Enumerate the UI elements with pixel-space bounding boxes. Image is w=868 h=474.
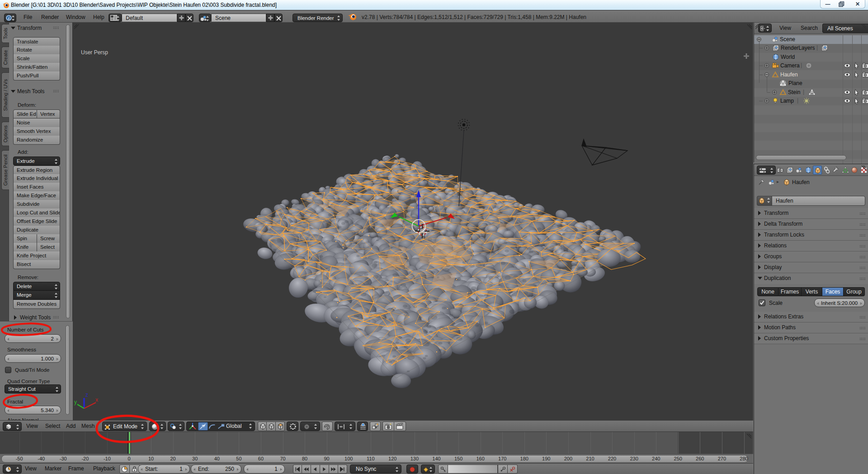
svg-text:x: x: [95, 397, 98, 403]
svg-text:y: y: [74, 399, 77, 405]
svg-text:z: z: [85, 392, 88, 398]
